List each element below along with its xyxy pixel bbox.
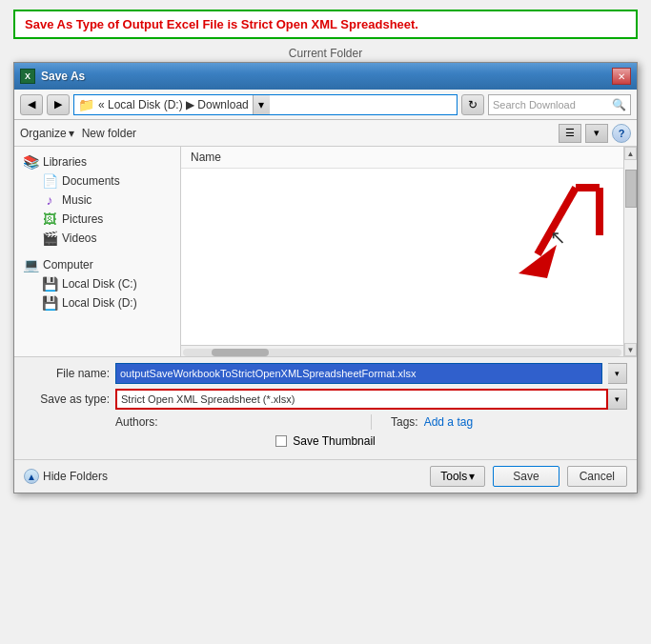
new-folder-label: New folder [82, 127, 136, 140]
tools-label: Tools [440, 470, 467, 483]
vertical-scrollbar: ▲ ▼ [623, 147, 637, 356]
libraries-section: 📚 Libraries 📄 Documents ♪ Music 🖼 Pictur… [18, 152, 176, 248]
help-button[interactable]: ? [612, 124, 631, 143]
form-area: File name: ▾ Save as type: Strict Open X… [14, 356, 637, 459]
path-text: « Local Disk (D:) ▶ Download [98, 98, 249, 111]
documents-label: Documents [62, 174, 120, 188]
computer-label: Computer [43, 258, 93, 272]
pictures-item[interactable]: 🖼 Pictures [37, 210, 176, 229]
tools-button[interactable]: Tools ▾ [430, 466, 485, 487]
v-scroll-track [624, 160, 637, 343]
documents-item[interactable]: 📄 Documents [37, 171, 176, 191]
computer-section: 💻 Computer 💾 Local Disk (C:) 💾 Local Dis… [18, 255, 176, 312]
toolbar: Organize ▾ New folder ☰ ▾ ? [14, 120, 637, 147]
videos-icon: 🎬 [41, 231, 58, 246]
svg-marker-1 [519, 245, 557, 278]
local-disk-c-icon: 💾 [41, 276, 58, 292]
search-icon[interactable]: 🔍 [612, 98, 626, 111]
current-folder-label: Current Folder [0, 47, 651, 60]
savetype-value: Strict Open XML Spreadsheet (*.xlsx) [121, 393, 295, 405]
forward-button[interactable]: ▶ [47, 94, 70, 115]
thumbnail-label: Save Thumbnail [293, 434, 376, 448]
left-panel: 📚 Libraries 📄 Documents ♪ Music 🖼 Pictur… [14, 147, 181, 356]
tags-label: Tags: [391, 415, 418, 429]
address-bar: ◀ ▶ 📁 « Local Disk (D:) ▶ Download ▾ ↻ S… [14, 90, 637, 120]
thumbnail-checkbox[interactable] [275, 435, 287, 447]
excel-icon: X [20, 69, 35, 84]
folder-path-icon: 📁 [78, 97, 94, 112]
music-item[interactable]: ♪ Music [37, 191, 176, 210]
music-label: Music [62, 193, 92, 207]
close-button[interactable]: ✕ [612, 68, 631, 85]
file-area: Name ↖ [181, 147, 623, 356]
view-dropdown-button[interactable]: ▾ [585, 124, 608, 143]
libraries-icon: 📚 [22, 154, 39, 170]
libraries-item[interactable]: 📚 Libraries [18, 152, 176, 171]
path-dropdown[interactable]: ▾ [253, 95, 270, 114]
v-scroll-thumb[interactable] [625, 170, 637, 208]
dialog-title: Save As [41, 70, 85, 83]
computer-icon: 💻 [22, 257, 39, 272]
view-list-button[interactable]: ☰ [559, 124, 581, 143]
videos-item[interactable]: 🎬 Videos [37, 229, 176, 248]
meta-row: Authors: Tags: Add a tag [24, 414, 627, 430]
local-disk-c-item[interactable]: 💾 Local Disk (C:) [37, 274, 176, 293]
title-bar: X Save As ✕ [14, 63, 637, 90]
hide-folders-icon: ▲ [24, 469, 39, 484]
annotation-banner: Save As Type of Output Excel File is Str… [13, 10, 638, 39]
path-box[interactable]: 📁 « Local Disk (D:) ▶ Download ▾ [73, 94, 458, 115]
scroll-up-arrow[interactable]: ▲ [624, 147, 637, 160]
file-header: Name [181, 147, 623, 169]
filename-label: File name: [24, 367, 110, 380]
scroll-track [183, 349, 621, 356]
local-disk-c-label: Local Disk (C:) [62, 277, 137, 291]
horizontal-scrollbar[interactable] [181, 345, 623, 356]
tags-section: Tags: Add a tag [391, 415, 627, 429]
search-placeholder-text: Search Download [493, 99, 608, 111]
title-bar-controls: ✕ [612, 68, 631, 85]
main-area: 📚 Libraries 📄 Documents ♪ Music 🖼 Pictur… [14, 147, 637, 356]
filename-dropdown-button[interactable]: ▾ [608, 363, 627, 384]
save-as-dialog: X Save As ✕ ◀ ▶ 📁 « Local Disk (D:) ▶ Do… [13, 62, 638, 493]
toolbar-right: ☰ ▾ ? [559, 124, 631, 143]
local-disk-d-item[interactable]: 💾 Local Disk (D:) [37, 293, 176, 312]
hide-folders-button[interactable]: ▲ Hide Folders [24, 469, 108, 484]
authors-label: Authors: [115, 415, 158, 429]
libraries-label: Libraries [43, 155, 87, 169]
new-folder-button[interactable]: New folder [82, 127, 136, 140]
organize-button[interactable]: Organize ▾ [20, 127, 74, 140]
column-name-header: Name [191, 151, 221, 164]
videos-label: Videos [62, 231, 96, 245]
music-icon: ♪ [41, 192, 58, 208]
meta-divider [371, 414, 372, 430]
computer-item[interactable]: 💻 Computer [18, 255, 176, 274]
file-content: ↖ [181, 169, 623, 345]
toolbar-left: Organize ▾ New folder [20, 127, 136, 140]
authors-section: Authors: [115, 415, 352, 429]
organize-label: Organize [20, 127, 67, 140]
back-button[interactable]: ◀ [20, 94, 43, 115]
add-tag-link[interactable]: Add a tag [424, 415, 473, 429]
savetype-select[interactable]: Strict Open XML Spreadsheet (*.xlsx) [115, 389, 608, 410]
thumbnail-row: Save Thumbnail [24, 434, 627, 448]
filename-row: File name: ▾ [24, 363, 627, 384]
savetype-row: Save as type: Strict Open XML Spreadshee… [24, 389, 627, 410]
cancel-button[interactable]: Cancel [567, 466, 627, 487]
local-disk-d-label: Local Disk (D:) [62, 296, 137, 310]
save-button[interactable]: Save [493, 466, 559, 487]
tools-arrow: ▾ [469, 470, 475, 483]
mouse-cursor: ↖ [550, 226, 566, 249]
organize-arrow: ▾ [69, 127, 74, 140]
pictures-label: Pictures [62, 212, 103, 226]
title-bar-left: X Save As [20, 69, 85, 84]
savetype-label: Save as type: [24, 392, 110, 406]
scroll-thumb[interactable] [212, 349, 269, 356]
refresh-button[interactable]: ↻ [461, 94, 484, 115]
filename-input[interactable] [115, 363, 602, 384]
savetype-dropdown-button[interactable]: ▾ [608, 389, 627, 410]
footer-right: Tools ▾ Save Cancel [430, 466, 627, 487]
local-disk-d-icon: 💾 [41, 295, 58, 311]
documents-icon: 📄 [41, 173, 58, 189]
scroll-down-arrow[interactable]: ▼ [624, 343, 637, 356]
search-box[interactable]: Search Download 🔍 [488, 94, 631, 115]
